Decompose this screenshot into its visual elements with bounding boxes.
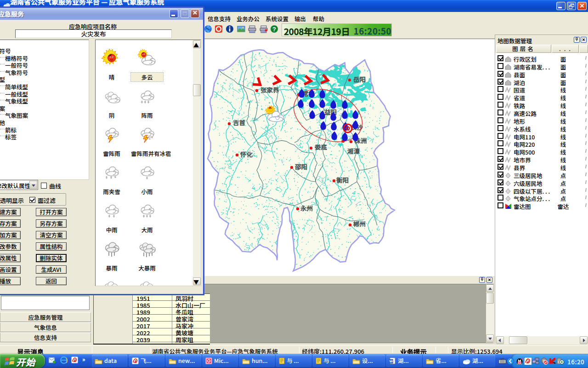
svg-text:娄底: 娄底 — [315, 142, 328, 151]
svg-text:?: ? — [272, 26, 276, 33]
svg-text:岳阳: 岳阳 — [353, 75, 366, 84]
svg-text:郴州: 郴州 — [353, 219, 366, 228]
svg-text:永州: 永州 — [300, 203, 313, 213]
svg-text:邵阳: 邵阳 — [294, 162, 307, 171]
svg-text:怀化: 怀化 — [240, 150, 253, 159]
svg-text:吉首: 吉首 — [233, 118, 246, 127]
svg-text:衡阳: 衡阳 — [336, 175, 349, 184]
svg-text:W: W — [390, 359, 393, 363]
svg-text:湘潭: 湘潭 — [347, 146, 360, 155]
svg-text:张家界: 张家界 — [260, 85, 279, 94]
